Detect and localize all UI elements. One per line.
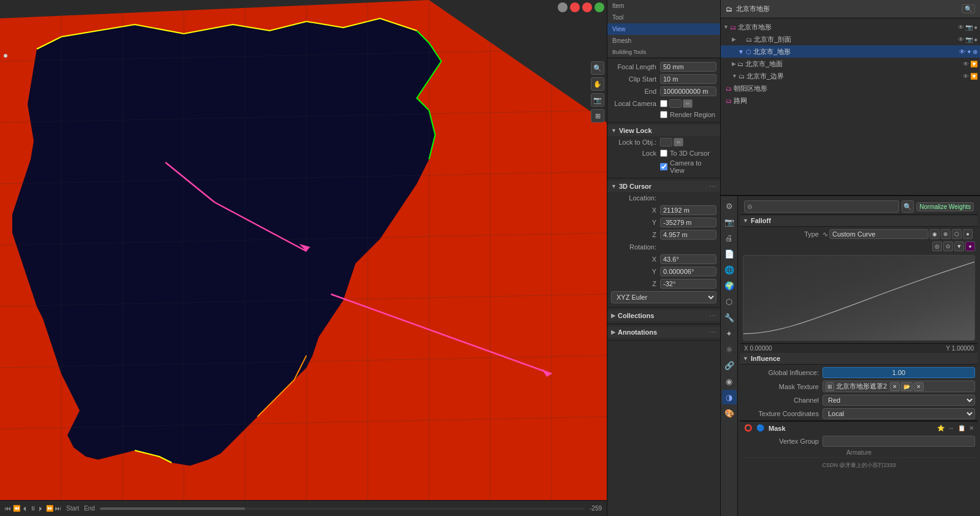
frame-number: -259	[590, 505, 602, 512]
outliner-item-4[interactable]: 🗂 朝阳区地形	[721, 82, 980, 94]
viewport-top-icon-4[interactable]	[594, 2, 604, 12]
props-search-bar[interactable]: Normalize Weights	[916, 202, 974, 211]
sidebar-icon-scene-props[interactable]: 🌐	[722, 262, 737, 277]
end-label: End	[611, 88, 660, 95]
sidebar-icon-world[interactable]: 🌍	[722, 278, 737, 293]
curve-area[interactable]	[743, 255, 975, 341]
tab-item[interactable]: Item	[607, 0, 720, 12]
channel-select[interactable]: Red	[822, 395, 975, 406]
focal-length-value[interactable]: 50 mm	[660, 62, 716, 72]
cursor-3d-header[interactable]: ▼ 3D Cursor ···	[607, 181, 720, 192]
global-influence-value[interactable]: 1.00	[822, 367, 975, 378]
annotations-header[interactable]: ▶ Annotations ···	[607, 327, 720, 338]
outliner-label-5: 路网	[734, 96, 978, 105]
sidebar-icon-particles[interactable]: ✦	[722, 326, 737, 341]
outliner-item-2[interactable]: ▶ 🗂 北京市_地面 👁🔽	[721, 58, 980, 70]
outliner-item-5[interactable]: 🗂 路网	[721, 94, 980, 107]
mask-browse-icon[interactable]: 📂	[901, 382, 913, 391]
sidebar-icon-object[interactable]: ⬡	[722, 294, 737, 309]
outliner-title: 🗂	[726, 6, 732, 13]
sidebar-icon-constraints[interactable]: 🔗	[722, 358, 737, 373]
rot-x-label: X	[611, 256, 660, 263]
outliner-tree: ▼ 🗂 北京市地形 👁📷● ▶ 🗂 北京市_剖面 👁📷● ▼	[721, 18, 980, 109]
sidebar-icon-object-data[interactable]: ◉	[722, 374, 737, 389]
falloff-dot[interactable]: ●	[963, 229, 973, 239]
sidebar-icon-output[interactable]: 🖨	[722, 230, 737, 245]
loc-y-value[interactable]: -35279 m	[660, 218, 716, 227]
outliner-label-1: 北京市_地形	[753, 47, 959, 56]
rot-x-value[interactable]: 43.6°	[660, 254, 716, 264]
sidebar-icon-physics[interactable]: ⚛	[722, 342, 737, 357]
falloff-btn-4[interactable]: ●	[965, 241, 975, 251]
loc-x-label: X	[611, 207, 660, 214]
outliner-label-0: 北京市_剖面	[754, 35, 958, 44]
tab-bmesh[interactable]: Bmesh	[607, 35, 720, 47]
outliner-label-3: 北京市_边界	[746, 72, 963, 81]
type-dropdown[interactable]: Custom Curve	[829, 229, 929, 239]
tab-view[interactable]: View	[607, 23, 720, 35]
influence-header[interactable]: ▼ Influence	[740, 353, 978, 365]
local-camera-checkbox[interactable]	[660, 100, 667, 107]
to-3d-cursor-label: To 3D Cursor	[670, 150, 710, 157]
type-value: Custom Curve	[832, 230, 875, 238]
viewport-zoom-icon[interactable]: 🔍	[591, 61, 604, 75]
playback-controls[interactable]: ⏮⏪⏴⏸⏵⏩⏭	[5, 505, 61, 512]
rot-z-value[interactable]: -32°	[660, 279, 716, 289]
sidebar-icon-render[interactable]: 📷	[722, 214, 737, 229]
falloff-btn-2[interactable]: ⊙	[943, 241, 953, 251]
outliner-item-0[interactable]: ▶ 🗂 北京市_剖面 👁📷●	[721, 33, 980, 45]
falloff-header[interactable]: ▼ Falloff	[740, 215, 978, 227]
sidebar-icon-texture[interactable]: 🎨	[722, 406, 737, 420]
texture-coords-row: Texture Coordinates Local	[740, 407, 978, 420]
collections-header[interactable]: ▶ Collections ···	[607, 310, 720, 321]
falloff-btn-3[interactable]: ▼	[954, 241, 964, 251]
outliner-item-1[interactable]: ▼ ⬡ 北京市_地形 👁✦⊕	[721, 45, 980, 58]
curve-x-label: X 0.00000	[744, 345, 772, 352]
mask-unlink-icon[interactable]: ✕	[890, 382, 900, 391]
sidebar-icon-modifier[interactable]: 🔧	[722, 310, 737, 325]
focal-length-label: Focal Length	[611, 63, 660, 70]
mask-texture-field[interactable]: ⊞ 北京市地形遮罩2 ✕ 📂 ✕	[822, 381, 975, 392]
tab-building-tools[interactable]: Building Tools	[607, 47, 720, 58]
viewport-grid-icon[interactable]: ⊞	[591, 109, 604, 123]
tab-tool[interactable]: Tool	[607, 12, 720, 23]
clip-start-label: Clip Start	[611, 75, 660, 83]
sidebar-icon-material[interactable]: ◑	[722, 390, 737, 404]
armature-label: Armature	[846, 449, 872, 456]
rot-z-label: Z	[611, 280, 660, 287]
outliner: 🗂 北京市地形 🔍 ▼ 🗂 北京市地形 👁📷● ▶ 🗂 北	[721, 0, 980, 196]
tree-item-root[interactable]: ▼ 🗂 北京市地形 👁📷●	[721, 21, 980, 33]
vertex-group-label: Vertex Group	[743, 438, 822, 445]
loc-x-value[interactable]: 21192 m	[660, 205, 716, 215]
view-lock-header[interactable]: ▼ View Lock	[607, 125, 720, 136]
rot-y-value[interactable]: 0.000006°	[660, 267, 716, 276]
outliner-item-3[interactable]: ▼ 🗂 北京市_边界 👁🔽	[721, 70, 980, 82]
sidebar-icon-view-layer[interactable]: 📄	[722, 246, 737, 261]
mask-bottom-label: Mask	[769, 425, 786, 432]
texture-coords-select[interactable]: Local	[822, 408, 975, 419]
location-label: Location:	[611, 194, 660, 202]
end-value[interactable]: 1000000000 m	[660, 86, 716, 96]
viewport-hand-icon[interactable]: ✋	[591, 77, 604, 91]
mask-new-icon[interactable]: ✕	[914, 382, 924, 391]
to-3d-cursor-checkbox[interactable]	[660, 150, 667, 157]
viewport[interactable]: 🔍 ✋ 📷 ⊞ ⏮⏪⏴⏸⏵⏩⏭ Start End -259	[0, 0, 607, 516]
props-search-icon[interactable]: 🔍	[902, 200, 914, 213]
viewport-camera-icon[interactable]: 📷	[591, 93, 604, 107]
vertex-group-field[interactable]	[822, 436, 975, 447]
viewport-top-icon-3[interactable]	[582, 2, 592, 12]
falloff-icon-1[interactable]: ◉	[930, 229, 940, 239]
falloff-expand[interactable]: ⬡	[952, 229, 962, 239]
sidebar-icon-scene[interactable]: ⚙	[722, 199, 737, 213]
falloff-btn-1[interactable]: ◎	[932, 241, 942, 251]
outliner-root-label: 北京市地形	[738, 23, 958, 32]
viewport-top-icon-1[interactable]	[558, 2, 568, 12]
camera-to-view-checkbox[interactable]	[660, 163, 667, 170]
loc-z-value[interactable]: 4.957 m	[660, 230, 716, 240]
viewport-top-icon-2[interactable]	[570, 2, 580, 12]
render-region-checkbox[interactable]	[660, 111, 667, 118]
clip-start-value[interactable]: 10 m	[660, 74, 716, 84]
falloff-icon-2[interactable]: ⊕	[941, 229, 951, 239]
euler-mode-select[interactable]: XYZ Euler	[611, 291, 716, 303]
viewport-bottom-toolbar: ⏮⏪⏴⏸⏵⏩⏭ Start End -259	[0, 500, 607, 516]
